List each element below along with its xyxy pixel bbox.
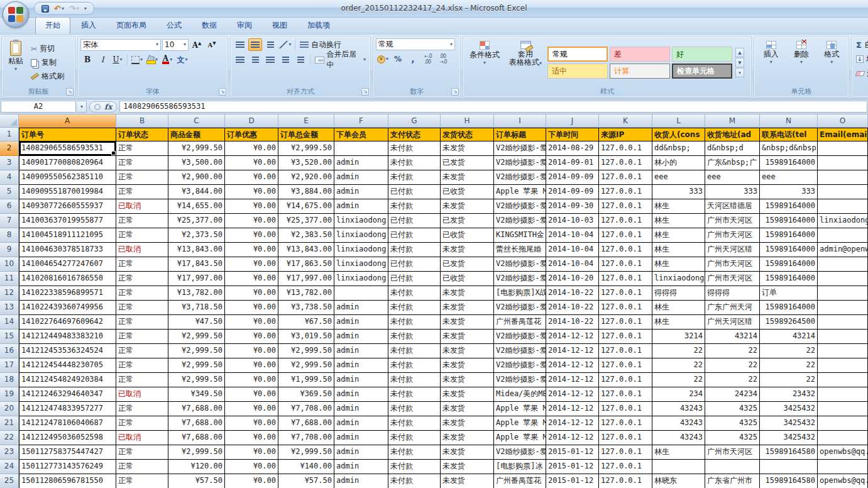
cell-H10[interactable]: 已发货: [441, 257, 494, 272]
cell-G8[interactable]: 已付款: [388, 228, 441, 243]
cell-J20[interactable]: 2014-12-12 1: [546, 402, 599, 416]
cell-D9[interactable]: ¥0.00: [225, 243, 278, 257]
cell-A9[interactable]: 141004630378518733: [19, 243, 116, 257]
align-center-button[interactable]: [248, 53, 262, 66]
cell-C10[interactable]: ¥17,843.50: [168, 257, 225, 272]
row-header-15[interactable]: 15: [0, 330, 19, 344]
row-header-24[interactable]: 24: [0, 460, 19, 474]
cell-L24[interactable]: [652, 460, 705, 474]
cell-D18[interactable]: ¥0.00: [225, 373, 278, 387]
cell-O23[interactable]: openwbs@qq.c: [818, 445, 868, 460]
cell-J10[interactable]: 2014-10-04 1: [546, 257, 599, 272]
cell-K3[interactable]: 127.0.0.1: [599, 156, 652, 170]
cell-O24[interactable]: [818, 460, 868, 474]
cell-M20[interactable]: 4325: [705, 402, 760, 416]
cell-F19[interactable]: admin: [334, 387, 388, 402]
header-cell-C1[interactable]: 商品金额: [168, 128, 225, 141]
cell-H4[interactable]: 未发货: [441, 170, 494, 185]
cell-L16[interactable]: 22: [652, 344, 705, 358]
cell-C3[interactable]: ¥3,500.00: [168, 156, 225, 170]
comma-style-button[interactable]: ,: [406, 53, 420, 65]
cell-F5[interactable]: admin: [334, 185, 388, 199]
column-header-O[interactable]: O: [818, 114, 868, 128]
cell-O14[interactable]: [818, 315, 868, 330]
cell-A10[interactable]: 141004654277247607: [19, 257, 116, 272]
align-middle-button[interactable]: [248, 38, 262, 51]
align-bottom-button[interactable]: [263, 38, 277, 51]
cell-J19[interactable]: 2014-12-12 1: [546, 387, 599, 402]
cell-O10[interactable]: [818, 257, 868, 272]
cell-J13[interactable]: 2014-10-22 1: [546, 301, 599, 315]
cell-K23[interactable]: 127.0.0.1: [599, 445, 652, 460]
cell-G14[interactable]: 未付款: [388, 315, 441, 330]
cell-N17[interactable]: 22: [760, 358, 818, 373]
cell-H24[interactable]: 未发货: [441, 460, 494, 474]
cell-B7[interactable]: 正常: [116, 214, 168, 228]
cell-D13[interactable]: ¥0.00: [225, 301, 278, 315]
cell-N10[interactable]: 15989164000: [760, 257, 818, 272]
cell-H25[interactable]: 未发货: [441, 474, 494, 488]
format-cells-button[interactable]: 格式▾: [820, 38, 843, 87]
cell-L9[interactable]: 林生: [652, 243, 705, 257]
name-box[interactable]: A2: [1, 101, 76, 113]
cell-C24[interactable]: ¥120.00: [168, 460, 225, 474]
cell-E2[interactable]: ¥2,999.50: [278, 141, 334, 156]
row-header-21[interactable]: 21: [0, 416, 19, 431]
cell-K15[interactable]: 127.0.0.1: [599, 330, 652, 344]
cell-M2[interactable]: d&nbsp;d: [705, 141, 760, 156]
cell-C16[interactable]: ¥2,999.50: [168, 344, 225, 358]
borders-button[interactable]: ▾: [130, 53, 144, 66]
cell-N19[interactable]: 23432: [760, 387, 818, 402]
cell-K4[interactable]: 127.0.0.1: [599, 170, 652, 185]
cell-G15[interactable]: 未付款: [388, 330, 441, 344]
cell-K13[interactable]: 127.0.0.1: [599, 301, 652, 315]
cell-F6[interactable]: admin: [334, 199, 388, 214]
cell-H9[interactable]: 未发货: [441, 243, 494, 257]
cell-K10[interactable]: 127.0.0.1: [599, 257, 652, 272]
cell-G7[interactable]: 已付款: [388, 214, 441, 228]
align-right-button[interactable]: [263, 53, 277, 66]
cell-L20[interactable]: 43243: [652, 402, 705, 416]
cell-A15[interactable]: 141212449483383210: [19, 330, 116, 344]
cell-A12[interactable]: 141022338596899571: [19, 286, 116, 301]
cell-I19[interactable]: Midea/美的MB: [494, 387, 546, 402]
column-header-F[interactable]: F: [334, 114, 388, 128]
cell-M19[interactable]: 24234: [705, 387, 760, 402]
cell-B16[interactable]: 正常: [116, 344, 168, 358]
cell-O18[interactable]: [818, 373, 868, 387]
column-header-B[interactable]: B: [116, 114, 168, 128]
undo-button[interactable]: ↶▾: [52, 4, 66, 13]
cell-H3[interactable]: 已发货: [441, 156, 494, 170]
cell-F18[interactable]: admin: [334, 373, 388, 387]
column-header-G[interactable]: G: [388, 114, 441, 128]
column-header-K[interactable]: K: [599, 114, 652, 128]
cell-K17[interactable]: 127.0.0.1: [599, 358, 652, 373]
cell-L18[interactable]: 22: [652, 373, 705, 387]
cell-L22[interactable]: 43243: [652, 431, 705, 445]
cell-A3[interactable]: 140901770080820964: [19, 156, 116, 170]
cell-D6[interactable]: ¥0.00: [225, 199, 278, 214]
cell-L25[interactable]: 林晓东: [652, 474, 705, 488]
cell-M21[interactable]: 4325: [705, 416, 760, 431]
cell-E16[interactable]: ¥2,999.50: [278, 344, 334, 358]
cell-K22[interactable]: 127.0.0.1: [599, 431, 652, 445]
qat-customize-button[interactable]: ▾: [82, 6, 89, 12]
cell-B10[interactable]: 正常: [116, 257, 168, 272]
cell-C15[interactable]: ¥2,999.50: [168, 330, 225, 344]
cell-A13[interactable]: 141022439360749956: [19, 301, 116, 315]
cell-I3[interactable]: V2婚纱摄影-爱: [494, 156, 546, 170]
cell-I14[interactable]: 广州番禺莲花: [494, 315, 546, 330]
cell-M5[interactable]: 333: [705, 185, 760, 199]
cell-I23[interactable]: V2婚纱摄影-爱: [494, 445, 546, 460]
cell-B23[interactable]: 正常: [116, 445, 168, 460]
clipboard-dialog-launcher[interactable]: ↘: [66, 88, 74, 96]
alignment-dialog-launcher[interactable]: ↘: [361, 88, 369, 96]
cell-D11[interactable]: ¥0.00: [225, 272, 278, 286]
cell-D24[interactable]: ¥0.00: [225, 460, 278, 474]
cell-I4[interactable]: V2婚纱摄影-爱: [494, 170, 546, 185]
cell-E24[interactable]: ¥140.00: [278, 460, 334, 474]
cell-J24[interactable]: 2015-01-12 2: [546, 460, 599, 474]
row-header-14[interactable]: 14: [0, 315, 19, 330]
cell-L3[interactable]: 林小的: [652, 156, 705, 170]
cell-F22[interactable]: admin: [334, 431, 388, 445]
